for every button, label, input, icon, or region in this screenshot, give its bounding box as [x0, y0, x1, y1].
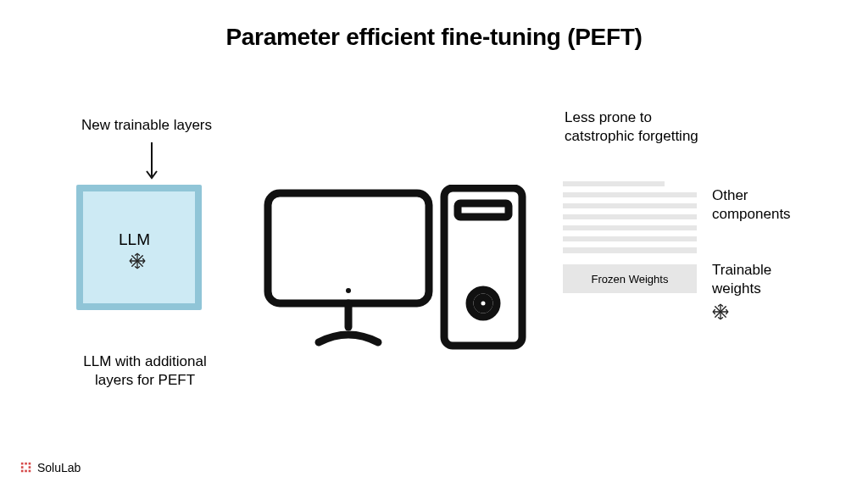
arrow-down-icon [144, 141, 159, 183]
svg-rect-22 [25, 470, 27, 473]
component-stack [563, 181, 697, 259]
trainable-weights-text: Trainableweights [712, 262, 771, 297]
snowflake-icon [129, 252, 146, 269]
stack-line [563, 192, 697, 197]
trainable-weights-label: Trainableweights [712, 261, 771, 298]
svg-rect-9 [458, 203, 509, 217]
llm-caption: LLM with additionallayers for PEFT [73, 352, 217, 390]
other-components-label: Othercomponents [712, 186, 791, 224]
svg-rect-18 [29, 463, 31, 465]
stack-line [563, 236, 697, 241]
other-components-text: Othercomponents [712, 187, 791, 222]
snowflake-icon [712, 303, 729, 320]
brand-name: SoluLab [37, 461, 81, 474]
svg-rect-20 [29, 466, 31, 469]
stack-line [563, 203, 697, 208]
stack-line [563, 225, 697, 230]
frozen-weights-box: Frozen Weights [563, 264, 697, 293]
svg-rect-23 [29, 470, 31, 473]
svg-point-11 [477, 297, 489, 309]
computer-icon [259, 185, 531, 354]
svg-rect-17 [25, 463, 27, 465]
less-prone-label: Less prone to catstrophic forgetting [565, 108, 698, 146]
new-trainable-layers-label: New trainable layers [81, 117, 212, 134]
stack-line [563, 247, 697, 253]
frozen-weights-label: Frozen Weights [592, 273, 669, 286]
svg-rect-21 [21, 470, 24, 473]
page-title: Parameter efficient fine-tuning (PEFT) [0, 24, 868, 51]
svg-rect-19 [21, 466, 24, 469]
svg-rect-16 [21, 463, 24, 465]
svg-point-7 [346, 288, 351, 293]
svg-rect-5 [268, 193, 429, 303]
brand: SoluLab [20, 461, 81, 474]
brand-mark-icon [20, 462, 32, 474]
llm-label: LLM [119, 230, 150, 249]
stack-line [563, 214, 697, 219]
stack-line [563, 181, 665, 186]
